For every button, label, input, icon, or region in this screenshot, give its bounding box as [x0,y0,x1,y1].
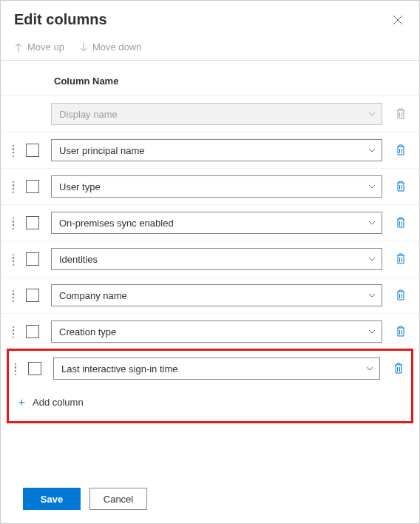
page-title: Edit columns [14,11,107,28]
trash-icon [396,144,406,156]
column-select[interactable]: Creation type [51,320,382,343]
drag-handle[interactable]: ⋮⋮ [10,329,17,335]
plus-icon: ＋ [16,395,27,409]
trash-icon [396,181,406,192]
column-name-header: Column Name [1,61,419,96]
move-down-button[interactable]: Move down [79,41,141,53]
row-checkbox[interactable] [26,180,39,193]
panel-footer: Save Cancel [1,477,419,523]
column-row-locked: Display name [1,96,419,132]
panel-header: Edit columns [1,1,419,34]
column-select-label: Creation type [59,326,116,337]
column-row: ⋮⋮Identities [1,241,419,278]
trash-icon [393,363,404,374]
column-row: ⋮⋮User type [1,169,419,205]
chevron-down-icon [368,257,376,261]
chevron-down-icon [366,366,373,371]
delete-button[interactable] [396,181,406,192]
column-select-last-signin[interactable]: Last interactive sign-in time [53,357,380,380]
column-select-display-name: Display name [51,103,382,125]
column-select[interactable]: User principal name [51,139,382,161]
chevron-down-icon [368,221,376,225]
move-down-label: Move down [92,41,141,53]
column-row: ⋮⋮ Last interactive sign-in time [9,351,411,386]
chevron-down-icon [368,112,376,116]
toolbar: Move up Move down [1,34,419,61]
arrow-up-icon [14,42,23,53]
arrow-down-icon [79,42,88,53]
chevron-down-icon [368,148,376,152]
column-select-label: User principal name [59,145,145,156]
column-row: ⋮⋮Company name [1,278,419,314]
column-select-label: Company name [59,290,127,301]
move-up-label: Move up [27,41,64,53]
trash-icon [396,108,406,120]
highlighted-section: ⋮⋮ Last interactive sign-in time ＋ Add c… [7,349,413,423]
drag-handle[interactable]: ⋮⋮ [10,184,17,189]
drag-handle[interactable]: ⋮⋮ [12,366,19,372]
delete-button[interactable] [396,289,406,301]
row-checkbox[interactable] [26,216,39,229]
add-column-label: Add column [33,397,84,408]
delete-button[interactable] [396,144,406,156]
drag-handle[interactable]: ⋮⋮ [10,292,17,298]
trash-icon [396,217,406,229]
row-checkbox[interactable] [28,362,41,375]
column-row: ⋮⋮Creation type [1,314,419,350]
save-button[interactable]: Save [23,488,81,510]
delete-button[interactable] [396,253,406,265]
delete-button[interactable] [393,363,404,374]
row-checkbox[interactable] [26,289,39,302]
drag-handle[interactable]: ⋮⋮ [10,147,17,153]
close-button[interactable] [390,12,406,28]
column-select-label: User type [59,181,101,192]
column-select-label: Identities [59,254,98,265]
chevron-down-icon [368,329,376,334]
column-select[interactable]: On-premises sync enabled [51,212,382,234]
drag-handle[interactable]: ⋮⋮ [10,220,17,226]
chevron-down-icon [368,184,376,189]
trash-icon [396,289,406,301]
delete-button [396,108,406,120]
add-column-button[interactable]: ＋ Add column [9,386,411,420]
column-row: ⋮⋮On-premises sync enabled [1,205,419,241]
edit-columns-panel: Edit columns Move up Move down Column Na… [0,0,420,524]
column-select-label: Last interactive sign-in time [61,363,178,374]
row-checkbox[interactable] [26,252,39,266]
delete-button[interactable] [396,217,406,229]
trash-icon [396,253,406,265]
close-icon [393,15,403,25]
column-select[interactable]: User type [51,175,382,198]
cancel-button[interactable]: Cancel [89,488,147,510]
row-checkbox[interactable] [26,325,39,338]
drag-handle[interactable]: ⋮⋮ [10,256,17,262]
move-up-button[interactable]: Move up [14,41,64,53]
column-select-label: Display name [59,109,118,120]
row-checkbox[interactable] [26,144,39,157]
column-row: ⋮⋮User principal name [1,132,419,169]
columns-list: Column Name Display name ⋮⋮User principa… [1,61,419,477]
column-select[interactable]: Identities [51,248,382,270]
trash-icon [396,326,406,337]
chevron-down-icon [368,293,376,298]
delete-button[interactable] [396,326,406,337]
column-select[interactable]: Company name [51,284,382,306]
column-select-label: On-premises sync enabled [59,218,174,229]
